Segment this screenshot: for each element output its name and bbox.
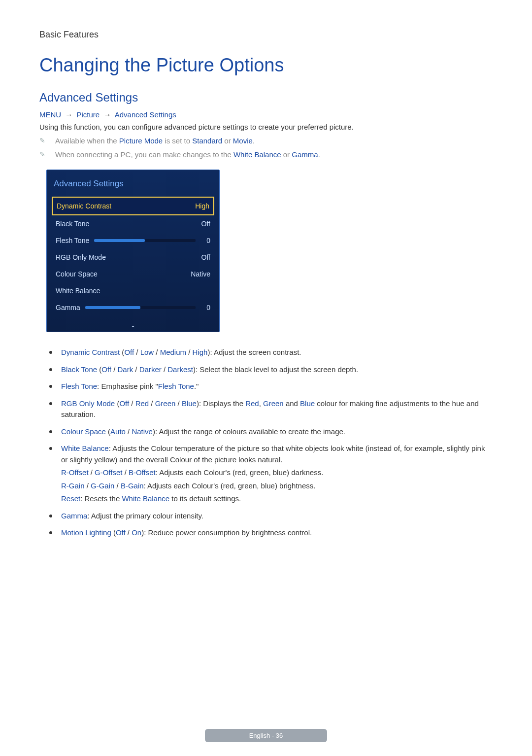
osd-row-black-tone[interactable]: Black ToneOff bbox=[52, 215, 214, 232]
note-1-key-2: Standard bbox=[192, 137, 222, 145]
keyword: White Balance bbox=[122, 494, 169, 503]
osd-title: Advanced Settings bbox=[47, 170, 219, 197]
option: Off bbox=[124, 348, 134, 356]
option: Green bbox=[155, 399, 176, 408]
text: / bbox=[134, 348, 140, 356]
text: / bbox=[85, 481, 91, 490]
osd-row-flesh-tone[interactable]: Flesh Tone0 bbox=[52, 232, 214, 249]
text: / bbox=[162, 365, 168, 374]
breadcrumb: MENU → Picture → Advanced Settings bbox=[39, 110, 493, 119]
bullet-white-balance: White Balance: Adjusts the Colour temper… bbox=[49, 443, 493, 505]
note-1: ✎ Available when the Picture Mode is set… bbox=[39, 136, 493, 146]
chevron-down-icon[interactable]: ⌄ bbox=[47, 321, 219, 332]
note-1-text-d: . bbox=[253, 137, 255, 145]
note-1-text-b: is set to bbox=[163, 137, 192, 145]
pencil-icon: ✎ bbox=[39, 150, 46, 158]
text: ): Reduce power consumption by brightnes… bbox=[141, 528, 312, 537]
text: ): Adjust the range of colours available… bbox=[153, 427, 345, 436]
text: / bbox=[175, 399, 182, 408]
osd-row-value: Native bbox=[191, 270, 210, 278]
bullet-icon bbox=[49, 447, 52, 450]
osd-row-dynamic-contrast[interactable]: Dynamic ContrastHigh bbox=[52, 197, 214, 215]
text: ( bbox=[106, 427, 110, 436]
pencil-icon: ✎ bbox=[39, 137, 46, 144]
page-footer: English - 36 bbox=[0, 729, 532, 742]
chevron-right-icon: → bbox=[101, 110, 113, 119]
keyword: Blue bbox=[300, 399, 315, 408]
note-2-text-c: . bbox=[318, 150, 320, 159]
keyword: G-Offset bbox=[95, 468, 122, 477]
note-2-text-a: When connecting a PC, you can make chang… bbox=[55, 150, 233, 159]
keyword: R-Offset bbox=[61, 468, 89, 477]
slider-track[interactable] bbox=[85, 306, 196, 309]
keyword: B-Offset bbox=[129, 468, 156, 477]
osd-row-value: 0 bbox=[200, 304, 210, 311]
text: : Emphasise pink " bbox=[97, 382, 158, 390]
keyword: Motion Lighting bbox=[61, 528, 111, 537]
note-1-key-3: Movie bbox=[233, 137, 253, 145]
keyword: Dynamic Contrast bbox=[61, 348, 120, 356]
option: Auto bbox=[110, 427, 126, 436]
keyword: B-Gain bbox=[121, 481, 144, 490]
text: : Resets the bbox=[80, 494, 122, 503]
option: Dark bbox=[118, 365, 133, 374]
slider-track[interactable] bbox=[94, 239, 196, 242]
keyword: Reset bbox=[61, 494, 80, 503]
osd-row-value: 0 bbox=[200, 237, 210, 244]
text: / bbox=[133, 365, 139, 374]
bullet-icon bbox=[49, 430, 52, 433]
osd-body: Dynamic ContrastHighBlack ToneOffFlesh T… bbox=[47, 197, 219, 321]
text: / bbox=[126, 427, 132, 436]
keyword: White Balance bbox=[61, 444, 109, 452]
osd-row-label: Colour Space bbox=[56, 270, 98, 278]
note-2-key-1: White Balance bbox=[233, 150, 281, 159]
keyword: Flesh Tone bbox=[61, 382, 97, 390]
osd-row-rgb-only-mode[interactable]: RGB Only ModeOff bbox=[52, 249, 214, 266]
slider-fill bbox=[85, 306, 140, 309]
option: Off bbox=[116, 528, 126, 537]
osd-row-label: Gamma bbox=[56, 304, 80, 311]
slider-fill bbox=[94, 239, 145, 242]
option: High bbox=[193, 348, 208, 356]
text: / bbox=[154, 348, 160, 356]
keyword: G-Gain bbox=[91, 481, 114, 490]
breadcrumb-advanced: Advanced Settings bbox=[115, 110, 176, 119]
note-1-key-1: Picture Mode bbox=[119, 137, 163, 145]
text: : Adjusts each Colour's (red, green, blu… bbox=[144, 481, 316, 490]
page-title: Changing the Picture Options bbox=[39, 55, 493, 76]
bullet-icon bbox=[49, 351, 52, 354]
text: , bbox=[259, 399, 263, 408]
text: / bbox=[111, 365, 118, 374]
osd-row-label: Flesh Tone bbox=[56, 237, 89, 244]
text: ): Displays the bbox=[197, 399, 245, 408]
keyword: Black Tone bbox=[61, 365, 97, 374]
keyword: Green bbox=[263, 399, 284, 408]
bullet-motion-lighting: Motion Lighting (Off / On): Reduce power… bbox=[49, 527, 493, 539]
osd-row-white-balance[interactable]: White Balance bbox=[52, 282, 214, 299]
header-section-label: Basic Features bbox=[39, 30, 493, 40]
option: Native bbox=[132, 427, 153, 436]
text: ( bbox=[115, 399, 119, 408]
bullet-rgb-only-mode: RGB Only Mode (Off / Red / Green / Blue)… bbox=[49, 398, 493, 420]
osd-panel: Advanced Settings Dynamic ContrastHighBl… bbox=[46, 170, 220, 332]
text: / bbox=[186, 348, 193, 356]
osd-row-gamma[interactable]: Gamma0 bbox=[52, 299, 214, 316]
keyword: Gamma bbox=[61, 512, 87, 520]
option: Red bbox=[135, 399, 149, 408]
chevron-right-icon: → bbox=[63, 110, 74, 119]
osd-row-colour-space[interactable]: Colour SpaceNative bbox=[52, 266, 214, 282]
osd-row-label: Dynamic Contrast bbox=[57, 202, 111, 210]
bullet-icon bbox=[49, 385, 52, 388]
keyword: Red bbox=[245, 399, 259, 408]
keyword: Flesh Tone bbox=[158, 382, 194, 390]
text: / bbox=[129, 399, 135, 408]
breadcrumb-picture: Picture bbox=[77, 110, 100, 119]
option: Off bbox=[101, 365, 111, 374]
option: On bbox=[132, 528, 141, 537]
option: Darkest bbox=[167, 365, 193, 374]
keyword: Colour Space bbox=[61, 427, 106, 436]
option: Off bbox=[119, 399, 129, 408]
text: ." bbox=[194, 382, 199, 390]
bullet-list: Dynamic Contrast (Off / Low / Medium / H… bbox=[49, 347, 493, 539]
bullet-icon bbox=[49, 531, 52, 534]
